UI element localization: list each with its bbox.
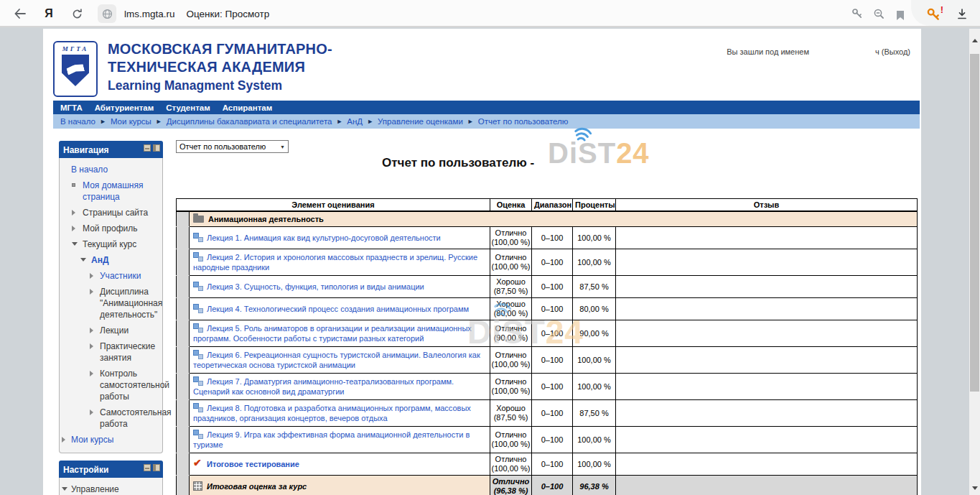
tree-marker-icon[interactable]: [90, 410, 93, 415]
navigation-item-label[interactable]: Текущий курс: [83, 239, 136, 249]
block-collapse-icon[interactable]: [144, 464, 151, 471]
col-header-range: Диапазон: [532, 199, 573, 212]
tree-marker-icon[interactable]: [72, 226, 75, 231]
site-title-line3: Learning Managment System: [108, 76, 332, 95]
settings-item-label[interactable]: Управление оценками: [71, 484, 119, 495]
tree-marker-icon[interactable]: [72, 183, 75, 187]
activity-link[interactable]: Лекция 5. Роль аниматоров в организации …: [193, 324, 472, 343]
navigation-tree-item[interactable]: Страницы сайта: [61, 205, 161, 221]
breadcrumb-link[interactable]: Управление оценками: [378, 117, 463, 126]
menu-item[interactable]: Студентам: [166, 103, 210, 112]
grade-percent-paren: (80,00 %): [491, 309, 531, 318]
block-dock-icon[interactable]: [153, 464, 160, 471]
logo-text: МГТА: [55, 45, 96, 52]
grade-percent-paren: (100,00 %): [491, 262, 531, 272]
activity-link[interactable]: Лекция 4. Технологический процесс создан…: [207, 305, 469, 313]
tree-marker-icon[interactable]: [90, 371, 93, 376]
navigation-tree-item[interactable]: Моя домашняя страница: [61, 177, 161, 205]
activity-link[interactable]: Лекция 8. Подготовка и разработка анимац…: [193, 404, 471, 422]
tree-marker-icon[interactable]: [62, 487, 67, 491]
tree-marker-icon[interactable]: [80, 258, 86, 262]
navigation-tree-item[interactable]: В начало: [61, 162, 161, 177]
navigation-item-label[interactable]: Лекции: [100, 325, 129, 336]
tree-marker-icon[interactable]: [90, 273, 93, 279]
back-icon[interactable]: [13, 6, 27, 21]
navigation-tree-item[interactable]: Текущий курс: [61, 236, 161, 252]
password-alert-icon[interactable]: !: [925, 6, 942, 23]
navigation-tree-item[interactable]: Дисциплина "Анимационная деятельность": [61, 284, 161, 323]
tree-marker-icon[interactable]: [62, 437, 65, 443]
report-type-select[interactable]: Отчет по пользователю ▼: [176, 140, 289, 153]
navigation-item-label[interactable]: Контроль самостоятельной работы: [100, 369, 169, 402]
navigation-tree-item[interactable]: АнД: [61, 252, 161, 268]
navigation-tree-item[interactable]: Практические занятия: [61, 338, 161, 366]
navigation-item-label[interactable]: Самостоятельная работа: [100, 407, 172, 429]
navigation-item-label[interactable]: АнД: [91, 255, 108, 265]
navigation-tree-item[interactable]: Лекции: [61, 323, 161, 338]
navigation-tree-item[interactable]: Мой профиль: [61, 221, 161, 236]
activity-icon: [193, 323, 203, 333]
block-dock-icon[interactable]: [153, 144, 160, 152]
scroll-down-button[interactable]: [969, 482, 980, 494]
activity-link[interactable]: Лекция 3. Сущность, функция, типология и…: [207, 282, 424, 291]
reload-icon[interactable]: [70, 6, 84, 21]
menu-item[interactable]: Абитуриентам: [95, 103, 154, 112]
activity-link[interactable]: Лекция 6. Рекреационная сущность туристс…: [193, 351, 480, 369]
activity-link[interactable]: Лекция 1. Анимация как вид культурно-дос…: [207, 233, 441, 242]
grade-word: Отлично: [491, 253, 531, 262]
tree-marker-icon[interactable]: [72, 242, 78, 246]
tree-marker-icon[interactable]: [72, 210, 75, 216]
breadcrumb-item: ► Дисциплины бакалавриата и специалитета: [151, 117, 332, 126]
menu-item[interactable]: Аспирантам: [223, 103, 272, 112]
navigation-tree-item[interactable]: Самостоятельная работа: [61, 404, 161, 432]
navigation-tree-item[interactable]: Участники: [61, 268, 161, 284]
tree-marker-icon[interactable]: [90, 289, 93, 295]
settings-tree-item[interactable]: Управление оценками: [61, 481, 161, 495]
tree-marker-icon[interactable]: [90, 343, 93, 349]
address-bar[interactable]: lms.mgta.ru Оценки: Просмотр: [98, 4, 269, 23]
password-key-icon[interactable]: [850, 6, 864, 21]
menu-item[interactable]: МГТА: [60, 103, 83, 112]
download-icon[interactable]: [955, 6, 969, 21]
breadcrumb-link[interactable]: Мои курсы: [111, 117, 151, 126]
scroll-up-button[interactable]: [969, 34, 980, 46]
navigation-item-label[interactable]: Страницы сайта: [83, 208, 148, 218]
percent-cell: 100,00 %: [573, 427, 616, 453]
block-collapse-icon[interactable]: [144, 144, 151, 152]
zoom-out-icon[interactable]: [872, 6, 886, 21]
indent-cell: [177, 347, 190, 374]
navigation-item-label[interactable]: Практические занятия: [100, 341, 155, 363]
url-text[interactable]: lms.mgta.ru: [124, 9, 175, 19]
activity-link[interactable]: Итоговое тестирование: [207, 460, 299, 468]
navigation-item-label[interactable]: Мои курсы: [71, 435, 113, 445]
feedback-cell: [616, 276, 918, 298]
navigation-item-label[interactable]: Моя домашняя страница: [83, 180, 144, 202]
tree-marker-icon[interactable]: [90, 328, 93, 333]
grade-item-row: Лекция 8. Подготовка и разработка анимац…: [177, 400, 918, 427]
grade-item-row: Лекция 3. Сущность, функция, типология и…: [177, 276, 918, 298]
activity-link[interactable]: Лекция 7. Драматургия анимационно-театра…: [193, 377, 454, 396]
grade-percent-paren: (96,38 %): [491, 486, 531, 495]
activity-link[interactable]: Лекция 9. Игра как эффективная форма ани…: [193, 430, 470, 449]
feedback-cell: [616, 298, 918, 320]
navigation-item-label[interactable]: Дисциплина "Анимационная деятельность": [100, 287, 162, 320]
breadcrumb-link[interactable]: Дисциплины бакалавриата и специалитета: [167, 117, 332, 126]
breadcrumb-link[interactable]: В начало: [60, 117, 95, 126]
breadcrumb-link[interactable]: Отчет по пользователю: [478, 117, 569, 126]
logout-link[interactable]: ч (Выход): [875, 47, 910, 56]
navigation-item-label[interactable]: В начало: [71, 165, 108, 175]
vertical-scrollbar[interactable]: [969, 29, 980, 495]
activity-link[interactable]: Лекция 2. История и хронология массовых …: [193, 253, 477, 272]
academy-logo[interactable]: МГТА: [53, 41, 98, 97]
activity-icon: [193, 376, 203, 386]
breadcrumb-link[interactable]: АнД: [347, 117, 363, 126]
navigation-item-label[interactable]: Участники: [100, 271, 141, 281]
navigation-item-label[interactable]: Мой профиль: [83, 223, 138, 233]
grade-word: Хорошо: [491, 404, 531, 413]
navigation-tree-item[interactable]: Контроль самостоятельной работы: [61, 366, 161, 404]
range-cell: 0–100: [532, 249, 573, 276]
yandex-icon[interactable]: Я: [42, 6, 56, 21]
navigation-tree-item[interactable]: Мои курсы: [61, 432, 161, 448]
scrollbar-thumb[interactable]: [970, 54, 979, 392]
bookmark-icon[interactable]: [893, 8, 907, 22]
